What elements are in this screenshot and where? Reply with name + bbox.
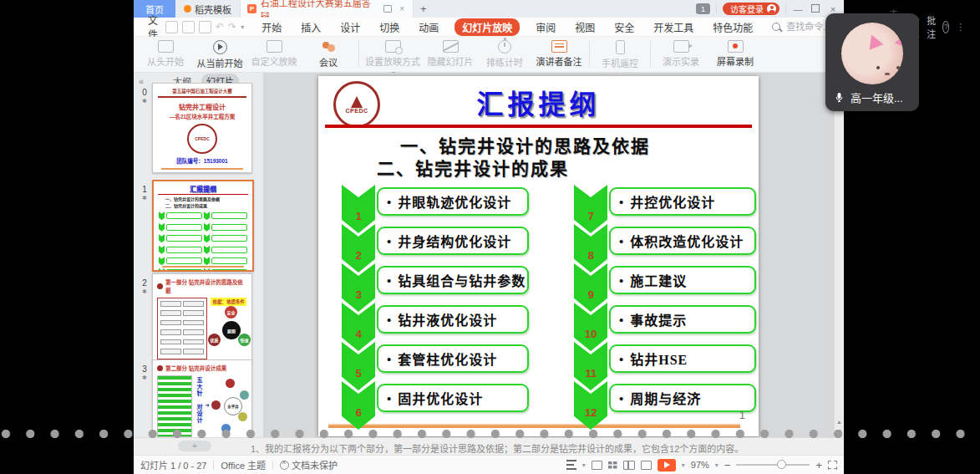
status-bar-right: ▾ ▾ 97% ▾ − + xyxy=(566,459,837,471)
detach-window-icon[interactable] xyxy=(382,5,394,13)
notes-text[interactable]: 1、我的汇报将分为以下两个部分，第一部分是设计思路及依据；第二部分是钻完井设计的… xyxy=(251,441,744,455)
slide-item: •事故提示 xyxy=(609,305,756,334)
phone-remote-button[interactable]: 手机遥控 xyxy=(593,39,647,69)
animation-indicator-icon: ✱ xyxy=(140,98,150,104)
main-slide[interactable]: CPEDC 汇报提纲 一、钻完井设计的思路及依据 二、钻完井设计的成果 1 2 … xyxy=(318,76,759,436)
dotted-divider xyxy=(0,428,980,440)
presentation-record-button[interactable]: 演示实录 xyxy=(654,39,708,68)
collapse-panel-icon[interactable]: « xyxy=(139,76,144,86)
slide-canvas-area: CPEDC 汇报提纲 一、钻完井设计的思路及依据 二、钻完井设计的成果 1 2 … xyxy=(264,73,844,437)
slideshow-play-button[interactable] xyxy=(658,459,676,471)
content-area: « 大纲 幻灯片 0 ✱ 第五届中国石油工程设计大赛 钻完井工程设计 —名21区… xyxy=(134,73,844,437)
participant-avatar xyxy=(841,23,903,84)
reading-view-icon[interactable] xyxy=(623,461,635,470)
menu-tab-features[interactable]: 特色功能 xyxy=(709,19,756,35)
screen-record-icon xyxy=(728,40,744,53)
zoom-out-button[interactable]: − xyxy=(724,460,731,471)
screen-record-button[interactable]: 屏幕录制 xyxy=(708,39,762,68)
fit-slide-icon[interactable] xyxy=(828,461,837,470)
arrow-icon: ➜ xyxy=(205,402,210,409)
close-tab-icon[interactable]: × xyxy=(398,4,406,13)
more-options-icon[interactable]: ⋮ xyxy=(956,22,966,33)
cat-ear-filter-icon xyxy=(895,30,903,48)
menu-tab-start[interactable]: 开始 xyxy=(258,19,285,35)
slide-counter: 幻灯片 1 / 0 - 27 xyxy=(140,458,206,471)
slide-item: •套管柱优化设计 xyxy=(377,344,529,373)
slide-item: •钻井液优化设计 xyxy=(377,305,529,334)
custom-show-button[interactable]: 自定义放映 xyxy=(247,39,301,68)
normal-view-icon[interactable] xyxy=(592,461,602,470)
theme-name[interactable]: Office 主题 xyxy=(221,458,266,471)
document-protection[interactable]: 文档未保护 xyxy=(280,458,338,471)
menu-tab-design[interactable]: 设计 xyxy=(337,19,363,35)
participant-name: 高一年级... xyxy=(851,89,903,105)
menu-bar: 文件 ↶ ↷ ▾ 开始 插入 设计 切换 动画 幻灯片放映 审阅 视图 安全 开… xyxy=(134,18,844,37)
slide-thumbnail-1[interactable]: 汇报提纲 一、钻完井设计的思路及依据 二、钻完井设计的成果 xyxy=(152,180,254,272)
custom-show-icon xyxy=(267,40,282,53)
tab-docer[interactable]: 稻壳模板 xyxy=(175,0,240,18)
stopwatch-icon xyxy=(498,40,511,54)
slide-page-number: 1 xyxy=(739,409,745,421)
menu-tab-slideshow[interactable]: 幻灯片放映 xyxy=(454,18,520,36)
quick-access-caret-icon[interactable]: ▾ xyxy=(241,23,244,31)
comment-button[interactable]: 批注 xyxy=(927,13,936,40)
undo-icon[interactable]: ↶ xyxy=(216,22,224,32)
slide-sorter-icon[interactable] xyxy=(608,461,617,469)
restore-button[interactable] xyxy=(810,4,821,14)
menu-tab-view[interactable]: 视图 xyxy=(571,19,598,35)
outline-heading-1: 一、钻完井设计的思路及依据 xyxy=(400,132,650,157)
slide-item: •施工建议 xyxy=(609,266,756,294)
zoom-in-button[interactable]: + xyxy=(815,460,822,471)
menu-tabs: 开始 插入 设计 切换 动画 幻灯片放映 审阅 视图 安全 开发工具 特色功能 xyxy=(258,18,756,36)
help-icon[interactable]: ? xyxy=(942,21,949,33)
menu-tab-insert[interactable]: 插入 xyxy=(297,19,324,35)
cat-ear-filter-icon xyxy=(865,32,884,50)
notes-strip: + 1、我的汇报将分为以下两个部分，第一部分是设计思路及依据；第二部分是钻完井设… xyxy=(134,437,844,455)
new-tab-button[interactable]: + xyxy=(414,0,434,18)
slide-thumbnail-0[interactable]: 第五届中国石油工程设计大赛 钻完井工程设计 —名21区块水平井工程方案 CPED… xyxy=(152,83,252,173)
speaker-notes-button[interactable]: 演讲者备注 xyxy=(532,39,586,68)
user-count-badge: 1 xyxy=(696,3,710,14)
animation-indicator-icon: ✱ xyxy=(140,288,150,295)
slide-number-3: 3 xyxy=(140,364,150,374)
print-preview-icon[interactable] xyxy=(199,21,211,33)
menu-tab-security[interactable]: 安全 xyxy=(611,19,637,35)
new-slide-button[interactable]: + xyxy=(178,441,211,451)
hide-slide-button[interactable]: 隐藏幻灯片 xyxy=(424,39,477,68)
menu-tab-transition[interactable]: 切换 xyxy=(376,19,403,35)
cpedc-logo xyxy=(157,365,163,371)
menu-tab-review[interactable]: 审阅 xyxy=(532,19,559,35)
camera-icon xyxy=(673,40,689,53)
status-bar: 幻灯片 1 / 0 - 27 Office 主题 文档未保护 ▾ ▾ 97% ▾… xyxy=(134,455,844,474)
zoom-slider[interactable] xyxy=(736,464,810,466)
play-from-beginning-button[interactable]: 从头开始 xyxy=(139,39,192,68)
quick-access-toolbar: ↶ ↷ ▾ xyxy=(165,21,244,33)
zoom-level[interactable]: 97% xyxy=(691,460,709,470)
meeting-people-icon xyxy=(321,40,337,54)
handout-view-icon[interactable] xyxy=(641,461,652,470)
avatar xyxy=(767,4,776,13)
title-divider xyxy=(325,125,752,128)
scroll-up-icon[interactable]: ▲ xyxy=(836,419,842,425)
monitor-play-icon xyxy=(158,40,174,53)
zoom-slider-knob[interactable] xyxy=(777,460,786,469)
menu-tab-animation[interactable]: 动画 xyxy=(415,19,442,35)
webcam-tile[interactable]: 高一年级... xyxy=(825,13,919,111)
redo-icon[interactable]: ↷ xyxy=(228,22,236,32)
slides-panel: « 大纲 幻灯片 0 ✱ 第五届中国石油工程设计大赛 钻完井工程设计 —名21区… xyxy=(134,73,264,437)
play-from-current-button[interactable]: 从当前开始 xyxy=(193,39,246,69)
slide-thumbnail-2[interactable]: 第一部分 钻完井设计的思路及依据 依据：地质条件 安全 原则 快速 优质 xyxy=(152,273,252,364)
print-icon[interactable] xyxy=(182,21,195,33)
vertical-scrollbar[interactable]: ▲ ▼ xyxy=(834,73,844,437)
minimize-button[interactable]: — xyxy=(792,4,804,14)
flowchart-graphic xyxy=(157,298,207,359)
tab-document[interactable]: P 石油工程设计大赛第五届答辩 × xyxy=(240,0,414,18)
setup-show-button[interactable]: 设置放映方式 xyxy=(363,39,423,77)
outline-heading-2: 二、钻完井设计的成果 xyxy=(377,155,569,180)
save-icon[interactable] xyxy=(165,21,178,33)
notes-toggle-icon[interactable] xyxy=(566,460,576,470)
login-button[interactable]: 访客登录 xyxy=(723,3,779,15)
menu-tab-devtools[interactable]: 开发工具 xyxy=(650,19,697,35)
microphone-icon xyxy=(833,91,845,104)
close-button[interactable]: × xyxy=(827,4,839,14)
